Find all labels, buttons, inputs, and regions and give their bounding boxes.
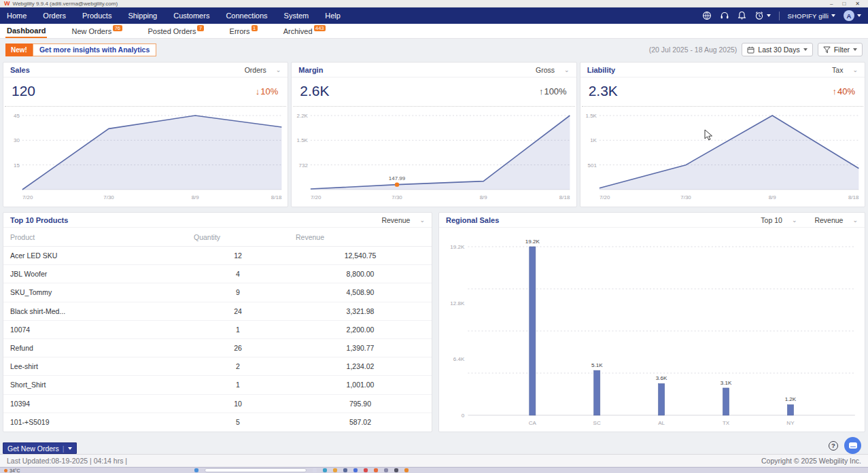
svg-text:NY: NY [786, 420, 795, 426]
svg-text:45: 45 [14, 113, 20, 119]
minimize-button[interactable]: – [830, 1, 833, 7]
archived-count-badge: 443 [314, 25, 326, 31]
column-header-revenue: Revenue [289, 228, 432, 247]
chat-icon[interactable] [844, 437, 861, 454]
svg-text:147.99: 147.99 [389, 175, 406, 181]
chevron-down-icon [803, 48, 808, 51]
arrow-up-icon: ↑ [539, 86, 544, 97]
windows-taskbar[interactable]: 34°C [0, 467, 868, 473]
filter-button[interactable]: Filter [818, 43, 863, 56]
svg-text:7/30: 7/30 [103, 194, 114, 200]
get-new-orders-button[interactable]: Get New Orders | [3, 442, 77, 454]
svg-text:8/9: 8/9 [480, 194, 488, 200]
tab-dashboard[interactable]: Dashboard [5, 24, 47, 38]
nav-item-customers[interactable]: Customers [173, 12, 209, 20]
table-row: JBL Woofer48,800.00 [3, 265, 432, 283]
margin-metric-dropdown[interactable]: Gross⌄ [536, 66, 570, 74]
liability-trend-chart: 1.5K1K5017/207/308/98/18 [580, 107, 865, 203]
close-button[interactable]: ✕ [855, 1, 860, 7]
taskbar-app-icon[interactable] [313, 468, 317, 472]
taskbar-app-icon[interactable] [343, 468, 347, 472]
calendar-icon [747, 46, 754, 54]
chevron-down-icon: ⌄ [852, 67, 858, 73]
store-selector[interactable]: SHOPIFY gilli [788, 12, 836, 20]
nav-item-connections[interactable]: Connections [226, 12, 267, 20]
svg-text:8/18: 8/18 [271, 194, 282, 200]
nav-item-system[interactable]: System [284, 12, 309, 20]
svg-text:1K: 1K [590, 137, 597, 143]
tab-bar: Dashboard New Orders 76 Posted Orders 7 … [0, 24, 868, 39]
taskbar-app-icon[interactable] [374, 468, 378, 472]
globe-icon[interactable] [702, 11, 712, 20]
table-cell: JBL Woofer [3, 265, 187, 283]
column-header-product: Product [3, 228, 187, 247]
taskbar-app-icon[interactable] [384, 468, 388, 472]
help-icon[interactable]: ? [829, 441, 838, 451]
table-cell: 8,800.00 [289, 265, 432, 283]
column-header-quantity: Quantity [187, 228, 289, 247]
start-icon[interactable] [194, 468, 198, 472]
nav-item-products[interactable]: Products [82, 12, 111, 20]
top-products-metric-dropdown[interactable]: Revenue⌄ [381, 216, 425, 224]
filter-icon [823, 46, 831, 54]
tab-errors[interactable]: Errors 1 [228, 24, 259, 38]
tab-posted-orders[interactable]: Posted Orders 7 [147, 24, 205, 38]
margin-value: 2.6K [300, 83, 329, 99]
table-cell: 26 [187, 338, 289, 357]
liability-metric-dropdown[interactable]: Tax⌄ [832, 66, 858, 74]
svg-text:AL: AL [658, 420, 665, 426]
table-cell: Short_Shirt [3, 376, 187, 394]
user-menu[interactable]: A [844, 10, 861, 21]
scheduler-clock-icon[interactable] [754, 11, 771, 20]
maximize-button[interactable]: □ [842, 1, 846, 7]
taskbar-app-icon[interactable] [404, 468, 409, 472]
analytics-button[interactable]: Get more insights with Analytics [33, 43, 156, 56]
new-orders-count-badge: 76 [113, 25, 122, 31]
arrow-up-icon: ↑ [832, 86, 837, 97]
svg-text:30: 30 [14, 137, 20, 143]
table-row: Acer LED SKU1212,540.75 [3, 247, 432, 265]
table-cell: 1,001.00 [289, 376, 432, 394]
svg-text:12.8K: 12.8K [450, 300, 465, 306]
svg-text:8/18: 8/18 [848, 194, 859, 200]
table-cell: 5 [187, 413, 289, 431]
nav-item-shipping[interactable]: Shipping [128, 12, 157, 20]
regional-metric-dropdown[interactable]: Revenue⌄ [814, 216, 858, 224]
taskbar-app-icon[interactable] [394, 468, 398, 472]
period-dropdown[interactable]: Last 30 Days [742, 43, 812, 56]
table-cell: Refund [3, 338, 187, 357]
sales-metric-dropdown[interactable]: Orders⌄ [245, 66, 281, 74]
nav-item-help[interactable]: Help [325, 12, 341, 20]
table-cell: 4,508.90 [289, 283, 432, 302]
svg-text:15: 15 [14, 162, 20, 169]
svg-text:8/18: 8/18 [559, 194, 570, 200]
liability-delta: ↑40% [832, 86, 855, 97]
taskbar-app-icon[interactable] [364, 468, 368, 472]
divider [779, 12, 780, 20]
svg-text:0: 0 [462, 413, 465, 419]
table-row: 101-+S50195587.02 [3, 413, 432, 431]
svg-text:2.2K: 2.2K [297, 113, 309, 119]
nav-item-home[interactable]: Home [7, 12, 27, 20]
liability-card: Liability Tax⌄ 2.3K ↑40% 1.5K1K5017/207/… [580, 62, 865, 207]
notifications-bell-icon[interactable] [737, 11, 746, 20]
svg-text:19.2K: 19.2K [450, 244, 465, 250]
table-cell: 12,540.75 [289, 247, 432, 265]
table-cell: 9 [187, 283, 289, 302]
taskbar-search[interactable] [205, 468, 307, 472]
chevron-down-icon [767, 14, 771, 17]
chevron-down-icon: ⌄ [419, 217, 425, 224]
footer-row: Get New Orders | ? [0, 432, 868, 454]
regional-topn-dropdown[interactable]: Top 10⌄ [761, 216, 797, 224]
svg-text:TX: TX [723, 420, 730, 426]
table-cell: 3,321.98 [289, 302, 432, 320]
taskbar-app-icon[interactable] [353, 468, 358, 472]
taskbar-weather[interactable]: 34°C [4, 468, 20, 473]
taskbar-app-icon[interactable] [323, 468, 327, 472]
tab-archived[interactable]: Archived 443 [282, 24, 327, 38]
nav-item-orders[interactable]: Orders [43, 12, 66, 20]
taskbar-app-icon[interactable] [333, 468, 337, 472]
table-cell: 10394 [3, 394, 187, 413]
tab-new-orders[interactable]: New Orders 76 [70, 24, 123, 38]
headset-icon[interactable] [720, 11, 729, 20]
